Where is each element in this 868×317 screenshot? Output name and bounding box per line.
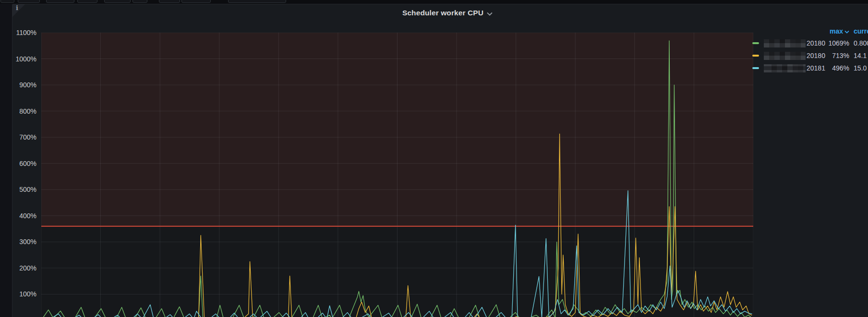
y-tick-label: 400%: [12, 212, 36, 219]
panel-scheduler-worker-cpu: i Scheduler worker CPU 0%100%200%300%400…: [12, 4, 868, 317]
toolbar-chip-9[interactable]: [228, 0, 286, 3]
cpu-chart-svg[interactable]: [41, 33, 753, 317]
y-tick-label: 200%: [12, 265, 36, 271]
legend-header: max current: [747, 25, 868, 37]
toolbar-chip-6[interactable]: [133, 0, 147, 3]
legend-row-2[interactable]: 20180713%14.1: [747, 49, 868, 62]
toolbar-chip-2[interactable]: [18, 0, 40, 3]
y-tick-label: 700%: [12, 134, 36, 141]
legend-row-3[interactable]: 20181496%15.0: [747, 62, 868, 74]
y-tick-label: 900%: [12, 82, 36, 88]
y-tick-label: 300%: [12, 238, 36, 245]
toolbar-chip-8[interactable]: [181, 0, 211, 3]
redacted-series-name: [764, 52, 806, 60]
legend-sort-current[interactable]: current: [854, 27, 868, 35]
redacted-series-name: [764, 64, 806, 72]
legend-row-1[interactable]: 201801069%0.800: [747, 37, 868, 49]
toolbar-chip-4[interactable]: [77, 0, 97, 3]
series-current-value: 0.800: [854, 39, 868, 47]
series-name-suffix: 20181: [807, 64, 825, 72]
series-current-value: 15.0: [854, 64, 868, 72]
chevron-down-icon: [487, 9, 493, 18]
series-max-value: 1069%: [826, 39, 849, 47]
toolbar-chip-5[interactable]: [104, 0, 131, 3]
y-tick-label: 1100%: [12, 29, 36, 36]
series-swatch[interactable]: [752, 55, 764, 57]
series-name[interactable]: 20181: [764, 64, 826, 72]
series-max-value: 496%: [826, 64, 849, 72]
series-name-suffix: 20180: [807, 39, 825, 47]
y-tick-label: 500%: [12, 186, 36, 193]
dashboard: i Scheduler worker CPU 0%100%200%300%400…: [0, 0, 868, 317]
series-name-suffix: 20180: [807, 52, 825, 59]
legend-sort-max[interactable]: max: [826, 27, 849, 35]
y-tick-label: 100%: [12, 291, 36, 297]
series-swatch[interactable]: [752, 42, 764, 44]
redacted-series-name: [764, 39, 806, 47]
toolbar-chip-7[interactable]: [159, 0, 180, 3]
sort-caret-icon: [844, 27, 849, 35]
series-name[interactable]: 20180: [764, 39, 826, 47]
y-tick-label: 800%: [12, 108, 36, 115]
toolbar-chip-1[interactable]: [0, 0, 14, 3]
toolbar-chip-3[interactable]: [46, 0, 74, 3]
series-current-value: 14.1: [854, 52, 868, 59]
y-tick-label: 1000%: [12, 56, 36, 62]
series-swatch[interactable]: [752, 67, 764, 69]
legend: max current 201801069%0.80020180713%14.1…: [747, 25, 868, 74]
panel-title: Scheduler worker CPU: [402, 9, 483, 17]
y-tick-label: 600%: [12, 160, 36, 167]
toolbar-chips-row: [0, 0, 868, 4]
series-max-value: 713%: [826, 52, 849, 59]
panel-header[interactable]: Scheduler worker CPU: [12, 4, 868, 21]
series-name[interactable]: 20180: [764, 52, 826, 60]
